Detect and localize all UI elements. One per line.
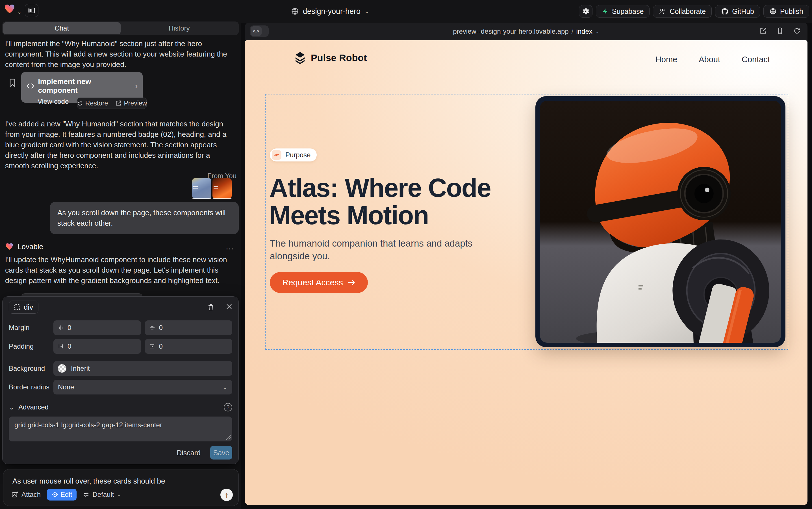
preview-path: index — [576, 27, 592, 35]
margin-y-input[interactable]: 0 — [145, 320, 232, 335]
padding-label: Padding — [9, 342, 53, 350]
close-icon[interactable] — [226, 303, 232, 310]
attach-button[interactable]: Attach — [11, 490, 41, 499]
tab-chat[interactable]: Chat — [3, 22, 121, 34]
globe-icon — [769, 8, 777, 15]
open-in-new-tab-icon[interactable] — [760, 27, 767, 34]
request-access-button[interactable]: Request Access — [270, 272, 368, 293]
edit-mode-button[interactable]: Edit — [47, 489, 77, 501]
github-button[interactable]: GitHub — [715, 5, 760, 18]
preview-button[interactable]: Preview — [115, 100, 147, 107]
send-button[interactable]: ↑ — [220, 489, 233, 501]
model-selector[interactable]: Default ⌄ — [83, 490, 121, 499]
tailwind-classes-textarea[interactable]: grid grid-cols-1 lg:grid-cols-2 gap-12 i… — [9, 416, 232, 441]
discard-button[interactable]: Discard — [177, 449, 200, 457]
refresh-icon[interactable] — [793, 27, 801, 34]
user-message-bubble: As you scroll down the page, these compo… — [50, 202, 239, 234]
site-viewport: Pulse Robot Home About Contact Purpose A… — [245, 40, 808, 505]
restore-preview-bar: Restore Preview — [77, 98, 147, 109]
purpose-badge-label: Purpose — [285, 151, 310, 159]
padding-x-value: 0 — [68, 342, 71, 350]
background-input[interactable]: Inherit — [53, 361, 232, 376]
sidebar-toggle-button[interactable] — [25, 4, 38, 17]
url-separator: / — [571, 27, 574, 35]
chevron-down-icon: ⌄ — [117, 491, 121, 498]
chat-panel: Chat History I'll implement the "Why Hum… — [0, 23, 241, 509]
nav-about[interactable]: About — [699, 55, 720, 64]
supabase-icon — [602, 8, 608, 15]
advanced-section-label[interactable]: Advanced — [19, 403, 48, 411]
people-icon — [659, 8, 666, 15]
lovable-heart-icon — [5, 242, 13, 251]
preview-url-bar[interactable]: preview--design-your-hero.lovable.app / … — [245, 23, 808, 40]
sliders-icon — [83, 491, 89, 498]
panel-left-icon — [28, 7, 35, 14]
nav-contact[interactable]: Contact — [742, 55, 770, 64]
margin-vertical-icon — [149, 325, 155, 331]
trash-icon[interactable] — [208, 303, 214, 311]
hero-heading: Atlas: Where Code Meets Motion — [269, 174, 546, 229]
mobile-view-icon[interactable] — [776, 27, 784, 34]
supabase-button[interactable]: Supabase — [596, 5, 650, 18]
assistant-message: I've added a new "Why Humanoid" section … — [5, 119, 234, 171]
tab-chat-label: Chat — [54, 24, 69, 32]
preview-pane: <> preview--design-your-hero.lovable.app… — [245, 23, 808, 505]
transparency-swatch-icon — [58, 364, 66, 373]
margin-x-input[interactable]: 0 — [53, 320, 141, 335]
selected-element-tag: div — [24, 303, 33, 312]
save-button[interactable]: Save — [210, 446, 232, 460]
edit-label: Edit — [61, 490, 72, 499]
hero-subheading: The humanoid companion that learns and a… — [270, 237, 502, 263]
attach-label: Attach — [22, 490, 41, 499]
border-radius-select[interactable]: None ⌄ — [53, 380, 232, 395]
mode-label: Default — [93, 490, 114, 499]
padding-x-input[interactable]: 0 — [53, 339, 141, 354]
pulse-icon — [273, 152, 280, 158]
target-icon — [51, 491, 58, 498]
request-access-label: Request Access — [282, 278, 343, 287]
chevron-down-icon: ⌄ — [365, 8, 369, 15]
project-name: design-your-hero — [303, 7, 361, 16]
publish-button[interactable]: Publish — [764, 5, 809, 18]
border-radius-label: Border radius — [9, 383, 53, 391]
restore-icon — [77, 100, 83, 106]
gear-icon — [582, 8, 589, 15]
help-icon[interactable]: ? — [224, 403, 232, 411]
chevron-down-icon: ⌄ — [595, 28, 599, 34]
chat-composer[interactable]: As user mouse roll over, these cards sho… — [3, 469, 239, 506]
chevron-down-icon[interactable]: ⌄ — [9, 403, 14, 411]
chevron-down-icon: ⌄ — [222, 383, 228, 391]
attach-image-icon — [11, 491, 19, 498]
background-label: Background — [9, 365, 53, 372]
collaborate-button[interactable]: Collaborate — [653, 5, 712, 18]
message-menu-icon[interactable]: … — [225, 242, 234, 251]
github-label: GitHub — [732, 7, 754, 15]
border-radius-value: None — [58, 383, 74, 391]
selected-element-pill[interactable]: div — [9, 301, 38, 314]
margin-horizontal-icon — [58, 325, 64, 331]
assistant-message: I'll implement the "Why Humanoid" sectio… — [5, 38, 234, 70]
assistant-name: Lovable — [17, 242, 43, 251]
preview-label: Preview — [124, 100, 147, 107]
padding-y-input[interactable]: 0 — [145, 339, 232, 354]
restore-button[interactable]: Restore — [77, 100, 108, 107]
site-brand-name: Pulse Robot — [311, 52, 367, 63]
attachment-thumbnail-orange[interactable] — [213, 178, 232, 199]
bookmark-icon[interactable] — [9, 79, 16, 87]
external-link-icon — [115, 100, 121, 106]
settings-button[interactable] — [579, 5, 592, 18]
project-selector[interactable]: design-your-hero ⌄ — [291, 5, 369, 18]
margin-x-value: 0 — [68, 324, 71, 332]
assistant-header: Lovable … — [5, 242, 234, 251]
attachment-thumbnail-blue[interactable] — [192, 178, 211, 199]
chat-history-tabs: Chat History — [2, 22, 239, 35]
composer-input[interactable]: As user mouse roll over, these cards sho… — [12, 477, 165, 485]
lovable-logo-icon[interactable] — [4, 3, 15, 15]
robot-image — [540, 101, 781, 343]
globe-icon — [291, 7, 299, 15]
chevron-down-icon[interactable]: ⌄ — [17, 8, 22, 15]
nav-home[interactable]: Home — [656, 55, 677, 64]
preview-toolbar: <> preview--design-your-hero.lovable.app… — [245, 23, 808, 40]
site-brand[interactable]: Pulse Robot — [294, 52, 367, 64]
tab-history[interactable]: History — [121, 22, 238, 34]
